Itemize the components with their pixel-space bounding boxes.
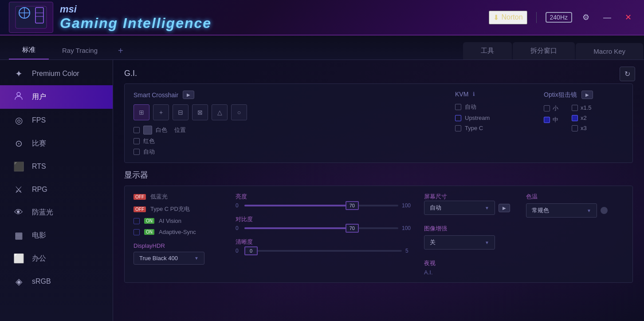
optix-play[interactable]: ▶ bbox=[581, 91, 593, 99]
sidebar-item-rpg[interactable]: ⚔ RPG bbox=[0, 178, 113, 201]
color-red-label: 红色 bbox=[143, 137, 155, 145]
color-auto-checkbox[interactable] bbox=[134, 149, 140, 155]
hdr-value: True Black 400 bbox=[139, 255, 178, 262]
gi-brand: Gaming Intelligence bbox=[60, 15, 212, 32]
kvm-upstream-checkbox[interactable] bbox=[455, 115, 461, 121]
minimize-button[interactable]: — bbox=[600, 11, 615, 24]
night-vision-label: 夜视 bbox=[424, 259, 513, 267]
toggle-adaptive-state[interactable]: ON bbox=[144, 229, 154, 235]
display-section: OFF 低蓝光 OFF Type C PD充电 ON AI Vision bbox=[124, 186, 633, 283]
kvm-typec-checkbox[interactable] bbox=[455, 125, 461, 131]
color-red-checkbox[interactable] bbox=[134, 138, 140, 144]
brightness-fill bbox=[244, 205, 352, 206]
sharpness-max: 5 bbox=[405, 248, 411, 254]
slider-col: 亮度 0 70 100 bbox=[236, 193, 411, 254]
color-temp-dot[interactable] bbox=[601, 207, 608, 214]
brightness-thumb[interactable]: 70 bbox=[346, 201, 359, 210]
office-icon: ⬜ bbox=[13, 253, 24, 264]
contrast-min: 0 bbox=[236, 225, 241, 231]
toggle-bluelight-state[interactable]: OFF bbox=[134, 194, 146, 200]
info-icon[interactable]: ℹ bbox=[473, 91, 475, 97]
image-enhance-value: 关 bbox=[430, 238, 436, 246]
sidebar-item-label: 电影 bbox=[32, 231, 46, 240]
crosshair-icon-3[interactable]: ⊟ bbox=[173, 104, 188, 120]
crosshair-icon-6[interactable]: ○ bbox=[231, 104, 247, 120]
title-bar-right: ⬇ Norton 240Hz ⚙ — ✕ bbox=[489, 11, 636, 24]
color-picker-button[interactable] bbox=[143, 126, 152, 135]
crosshair-icon-2[interactable]: + bbox=[153, 104, 169, 120]
hdr-dropdown[interactable]: True Black 400 ▼ bbox=[134, 252, 204, 265]
color-red-option: 红色 bbox=[134, 137, 437, 145]
optix-x2-checkbox[interactable] bbox=[572, 115, 578, 121]
optix-small-checkbox[interactable] bbox=[544, 105, 550, 111]
toggle-typec-state[interactable]: OFF bbox=[134, 206, 146, 212]
hz-value: 240Hz bbox=[550, 14, 568, 21]
sidebar-item-race[interactable]: ⊙ 比赛 bbox=[0, 132, 113, 155]
toggle-typec: OFF Type C PD充电 bbox=[134, 205, 222, 213]
sidebar-item-label: 办公 bbox=[32, 254, 46, 263]
sidebar-item-label: sRGB bbox=[32, 277, 51, 285]
sharpness-thumb[interactable]: 0 bbox=[244, 246, 258, 255]
kvm-auto-checkbox[interactable] bbox=[455, 104, 461, 110]
optix-x2: x2 bbox=[572, 115, 592, 121]
crosshair-icon-5[interactable]: △ bbox=[212, 104, 228, 120]
sidebar-item-bluelight[interactable]: 👁 防蓝光 bbox=[0, 201, 113, 224]
kvm-label: KVM bbox=[455, 91, 468, 98]
optix-medium-checkbox[interactable] bbox=[544, 117, 550, 123]
hz-badge: 240Hz bbox=[546, 12, 572, 23]
toggle-adaptive-label: Adaptive-Sync bbox=[159, 229, 196, 235]
svg-point-7 bbox=[17, 92, 20, 96]
color-temp-row: 常规色 ▼ bbox=[526, 203, 624, 218]
sidebar-item-label: Premium Color bbox=[32, 70, 79, 78]
brightness-label: 亮度 bbox=[236, 193, 411, 201]
screen-size-select[interactable]: 自动 ▼ bbox=[424, 201, 495, 215]
contrast-track[interactable]: 70 bbox=[244, 227, 398, 229]
adaptive-checkbox[interactable] bbox=[134, 229, 140, 235]
brightness-max: 100 bbox=[402, 202, 411, 209]
tab-splitwindow[interactable]: 拆分窗口 bbox=[513, 42, 575, 59]
crosshair-icon-4[interactable]: ⊠ bbox=[192, 104, 208, 120]
image-enhance-select[interactable]: 关 ▼ bbox=[424, 235, 495, 250]
gi-row: Smart Crosshair ▶ ⊞ + ⊟ ⊠ △ ○ bbox=[134, 91, 624, 156]
sidebar-item-user[interactable]: 用户 bbox=[0, 85, 113, 109]
sidebar-item-premium[interactable]: ✦ Premium Color bbox=[0, 62, 113, 85]
optix-col: Optix狙击镜 ▶ 小 中 bbox=[544, 91, 624, 131]
contrast-thumb[interactable]: 70 bbox=[346, 224, 359, 233]
content-area: ↻ G.I. Smart Crosshair ▶ ⊞ + ⊟ bbox=[113, 60, 644, 321]
optix-x1-5-checkbox[interactable] bbox=[572, 105, 578, 111]
aivision-checkbox[interactable] bbox=[134, 218, 140, 224]
tab-macrokey[interactable]: Macro Key bbox=[576, 43, 643, 59]
settings-button[interactable]: ⚙ bbox=[579, 11, 593, 24]
crosshair-icon-1[interactable]: ⊞ bbox=[134, 104, 149, 120]
smart-crosshair-play[interactable]: ▶ bbox=[183, 91, 194, 99]
sidebar-item-fps[interactable]: ◎ FPS bbox=[0, 109, 113, 132]
sidebar-item-rts[interactable]: ⬛ RTS bbox=[0, 155, 113, 178]
chevron-down-icon: ▼ bbox=[194, 256, 199, 261]
chevron-down-icon: ▼ bbox=[485, 206, 489, 210]
color-temp-select[interactable]: 常规色 ▼ bbox=[526, 203, 597, 218]
color-white-checkbox[interactable] bbox=[134, 127, 140, 133]
tab-raytracing[interactable]: Ray Tracing bbox=[49, 42, 111, 59]
close-button[interactable]: ✕ bbox=[621, 11, 635, 24]
sharpness-track[interactable]: 0 bbox=[244, 250, 402, 252]
optix-x3-checkbox[interactable] bbox=[572, 125, 578, 131]
toggle-aivision-state[interactable]: ON bbox=[144, 218, 154, 224]
position-label[interactable]: 位置 bbox=[174, 126, 186, 134]
optix-x3-label: x3 bbox=[581, 125, 587, 131]
sidebar-item-movie[interactable]: ▦ 电影 bbox=[0, 224, 113, 247]
norton-button[interactable]: ⬇ Norton bbox=[489, 11, 527, 24]
tab-tools[interactable]: 工具 bbox=[463, 42, 512, 59]
sidebar-item-srgb[interactable]: ◈ sRGB bbox=[0, 270, 113, 293]
screen-size-play[interactable]: ▶ bbox=[499, 204, 510, 212]
tab-add-button[interactable]: + bbox=[111, 42, 130, 59]
brightness-slider-group: 亮度 0 70 100 bbox=[236, 193, 411, 209]
brightness-track[interactable]: 70 bbox=[244, 205, 398, 206]
display-row: OFF 低蓝光 OFF Type C PD充电 ON AI Vision bbox=[134, 193, 624, 276]
sharpness-min: 0 bbox=[236, 248, 241, 254]
brightness-slider-row: 0 70 100 bbox=[236, 202, 411, 209]
display-section-title: 显示器 bbox=[124, 170, 633, 180]
contrast-slider-group: 对比度 0 70 100 bbox=[236, 215, 411, 231]
sidebar-item-office[interactable]: ⬜ 办公 bbox=[0, 247, 113, 270]
tab-standard[interactable]: 标准 bbox=[9, 41, 49, 59]
displayhdr-area: DisplayHDR True Black 400 ▼ bbox=[134, 242, 222, 265]
